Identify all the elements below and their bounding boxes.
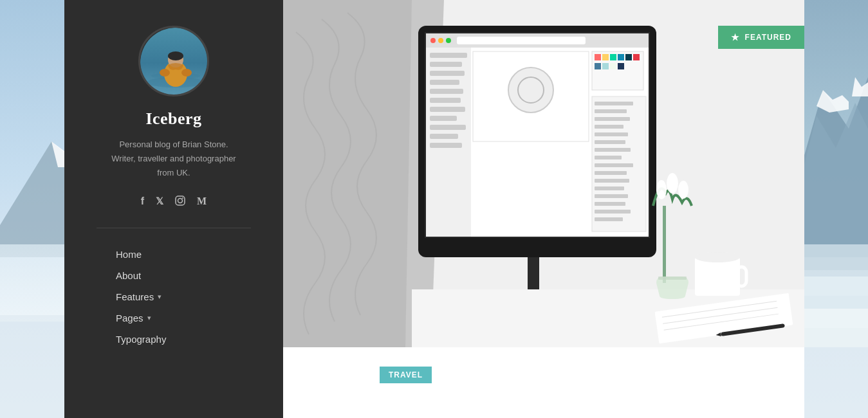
right-mountain-area [797, 0, 868, 347]
svg-rect-36 [430, 71, 465, 76]
svg-rect-62 [595, 117, 630, 121]
nav-divider [97, 228, 251, 228]
facebook-icon[interactable]: f [141, 195, 144, 208]
featured-badge[interactable]: ★ FEATURED [718, 26, 804, 49]
svg-rect-49 [618, 54, 624, 60]
svg-rect-70 [595, 179, 629, 183]
svg-rect-35 [430, 62, 462, 67]
instagram-icon[interactable] [175, 195, 185, 208]
travel-badge[interactable]: TRAVEL [380, 367, 432, 383]
svg-rect-75 [595, 217, 623, 221]
svg-rect-65 [595, 140, 625, 144]
svg-rect-73 [595, 202, 625, 206]
svg-rect-60 [595, 102, 633, 105]
svg-rect-53 [602, 63, 609, 69]
svg-rect-82 [695, 257, 740, 296]
svg-point-30 [446, 38, 451, 43]
svg-point-84 [695, 252, 740, 262]
svg-point-20 [182, 197, 183, 199]
svg-rect-68 [595, 163, 633, 167]
svg-point-29 [438, 38, 443, 43]
navigation: Home About Features ▾ Pages ▾ Typography [77, 244, 270, 350]
medium-icon[interactable]: M [197, 195, 207, 208]
svg-point-17 [181, 69, 192, 77]
svg-rect-18 [176, 196, 185, 205]
svg-rect-47 [602, 54, 609, 60]
svg-rect-64 [595, 132, 628, 136]
svg-rect-48 [610, 54, 616, 60]
svg-rect-44 [430, 143, 462, 148]
svg-rect-43 [430, 134, 458, 139]
svg-rect-37 [430, 80, 459, 85]
nav-item-features[interactable]: Features ▾ [116, 286, 270, 307]
sidebar: Iceberg Personal blog of Brian Stone. Wr… [64, 0, 283, 418]
svg-point-78 [656, 180, 667, 199]
star-icon: ★ [731, 32, 740, 42]
svg-rect-69 [595, 171, 627, 175]
svg-point-57 [508, 68, 553, 113]
svg-rect-98 [797, 309, 868, 347]
svg-rect-63 [595, 125, 623, 129]
nav-item-about[interactable]: About [116, 265, 270, 286]
svg-rect-39 [430, 98, 461, 103]
main-content: ★ FEATURED TRAVEL [283, 0, 804, 418]
social-icons: f 𝕏 M [141, 195, 207, 208]
svg-rect-34 [430, 53, 467, 58]
svg-rect-72 [595, 194, 628, 198]
svg-rect-33 [426, 48, 471, 237]
svg-point-15 [168, 51, 183, 60]
svg-rect-54 [610, 63, 616, 69]
hero-image: ★ FEATURED [283, 0, 804, 347]
svg-rect-46 [595, 54, 601, 60]
svg-rect-42 [430, 125, 466, 130]
nav-item-home[interactable]: Home [116, 244, 270, 265]
svg-point-79 [667, 173, 678, 194]
avatar [138, 26, 209, 96]
svg-point-28 [430, 38, 436, 43]
svg-point-80 [678, 181, 688, 199]
svg-rect-67 [595, 156, 622, 159]
site-description: Personal blog of Brian Stone. Writer, tr… [111, 138, 235, 180]
avatar-image [140, 28, 209, 96]
svg-rect-38 [430, 89, 463, 94]
svg-rect-51 [633, 54, 640, 60]
svg-rect-52 [595, 63, 601, 69]
svg-rect-55 [618, 63, 624, 69]
nav-item-pages[interactable]: Pages ▾ [116, 307, 270, 329]
content-below: TRAVEL [283, 347, 804, 418]
svg-rect-31 [457, 37, 586, 44]
svg-point-16 [160, 69, 170, 77]
svg-rect-66 [595, 148, 631, 152]
svg-rect-74 [595, 210, 631, 214]
svg-rect-40 [430, 107, 465, 112]
svg-rect-81 [658, 277, 687, 280]
svg-rect-50 [625, 54, 632, 60]
hero-svg [283, 0, 804, 347]
twitter-icon[interactable]: 𝕏 [156, 195, 163, 208]
site-title: Iceberg [145, 109, 201, 129]
svg-point-19 [178, 199, 183, 203]
svg-rect-61 [595, 109, 627, 113]
svg-rect-41 [430, 116, 457, 121]
right-mountain-svg [797, 0, 868, 347]
nav-item-typography[interactable]: Typography [116, 329, 270, 350]
svg-rect-71 [595, 186, 624, 190]
svg-rect-77 [663, 206, 666, 283]
features-chevron-icon: ▾ [158, 293, 162, 301]
pages-chevron-icon: ▾ [147, 314, 151, 322]
